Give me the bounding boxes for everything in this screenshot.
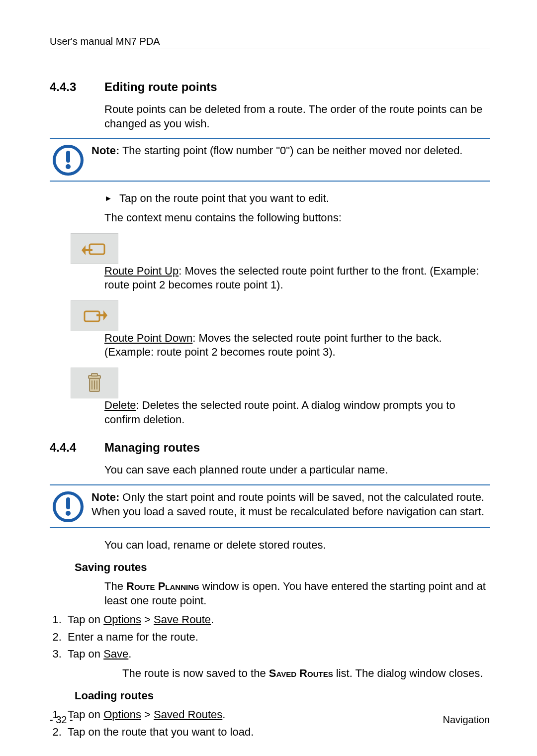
section-444-intro: You can save each planned route under a … <box>104 463 490 477</box>
note-label: Note: <box>91 491 119 503</box>
svg-rect-5 <box>71 300 118 331</box>
button-description-down <box>50 300 490 331</box>
delete-desc: : Deletes the selected route point. A di… <box>104 399 455 426</box>
note-label: Note: <box>91 144 119 157</box>
section-title: Managing routes <box>104 440 200 455</box>
header-title: User's manual MN7 PDA <box>50 35 160 48</box>
bullet-text: Tap on the route point that you want to … <box>119 191 329 206</box>
delete-text: Delete: Deletes the selected route point… <box>104 398 490 427</box>
svg-rect-15 <box>66 497 70 509</box>
bullet-item: ► Tap on the route point that you want t… <box>104 191 490 206</box>
triangle-bullet-icon: ► <box>104 191 119 206</box>
svg-rect-1 <box>66 151 70 163</box>
route-point-down-icon <box>71 300 118 331</box>
saving-step-1: Tap on Options > Save Route. <box>65 613 490 627</box>
svg-rect-10 <box>91 374 97 376</box>
context-menu-line: The context menu contains the following … <box>104 211 490 225</box>
bullet-group: ► Tap on the route point that you want t… <box>104 191 490 225</box>
page-number: - 32 - <box>50 713 73 726</box>
button-description-delete <box>50 368 490 398</box>
save-link: Save <box>103 648 128 660</box>
delete-icon <box>71 368 118 398</box>
section-443-intro: Route points can be deleted from a route… <box>104 102 490 131</box>
save-route-link: Save Route <box>154 613 211 626</box>
section-number: 4.4.4 <box>50 440 104 455</box>
svg-rect-3 <box>71 233 118 264</box>
svg-point-2 <box>66 164 71 169</box>
saving-result: The route is now saved to the Saved Rout… <box>122 666 490 681</box>
section-title: Editing route points <box>104 79 217 94</box>
saving-intro: The Route Planning window is open. You h… <box>104 579 490 608</box>
note-body: The starting point (flow number "0") can… <box>119 144 462 157</box>
page-header: User's manual MN7 PDA <box>50 35 490 49</box>
svg-point-16 <box>66 511 71 516</box>
delete-label: Delete <box>104 399 136 411</box>
route-point-up-icon <box>71 233 118 264</box>
section-number: 4.4.3 <box>50 79 104 94</box>
alert-icon <box>53 145 84 176</box>
saving-step-3: Tap on Save. <box>65 647 490 662</box>
note-block-1: Note: The starting point (flow number "0… <box>50 138 490 182</box>
route-down-text: Route Point Down: Moves the selected rou… <box>104 331 490 360</box>
subheading-saving: Saving routes <box>75 561 490 575</box>
footer-section-name: Navigation <box>443 713 490 726</box>
saved-routes-caps: Saved Routes <box>269 667 333 679</box>
route-up-label: Route Point Up <box>104 265 179 277</box>
button-description-up <box>50 233 490 264</box>
page-footer: - 32 - Navigation <box>50 709 490 726</box>
note-block-2: Note: Only the start point and route poi… <box>50 484 490 528</box>
route-planning-caps: Route Planning <box>126 580 199 592</box>
subheading-loading: Loading routes <box>75 689 490 703</box>
note-body: Only the start point and route points wi… <box>91 491 484 518</box>
section-heading-444: 4.4.4 Managing routes <box>50 440 490 455</box>
saving-step-2: Enter a name for the route. <box>65 630 490 645</box>
note-text-2: Note: Only the start point and route poi… <box>91 490 490 519</box>
route-up-text: Route Point Up: Moves the selected route… <box>104 264 490 292</box>
route-down-label: Route Point Down <box>104 332 192 344</box>
section-heading-443: 4.4.3 Editing route points <box>50 79 490 94</box>
page: User's manual MN7 PDA 4.4.3 Editing rout… <box>0 0 537 756</box>
note-text-1: Note: The starting point (flow number "0… <box>91 144 490 158</box>
alert-icon <box>53 491 84 522</box>
options-link: Options <box>103 613 141 626</box>
loading-step-2: Tap on the route that you want to load. <box>65 725 490 740</box>
saving-steps: Tap on Options > Save Route. Enter a nam… <box>50 613 490 662</box>
section-444-after-note: You can load, rename or delete stored ro… <box>104 538 490 553</box>
